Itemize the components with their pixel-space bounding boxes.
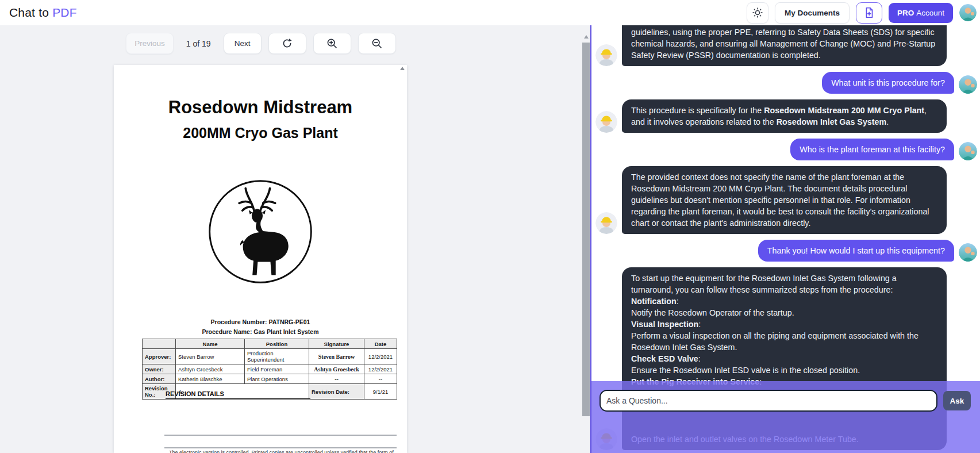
table-cell: Steven Barrow [309,349,364,364]
theme-toggle-button[interactable] [747,2,768,24]
chat-message-assistant: This procedure is specifically for the R… [595,99,977,133]
table-cell: Katherin Blaschke [176,374,245,384]
table-cell: Owner: [143,364,176,374]
pdf-page: Rosedown Midstream 200MM Cryo Gas Plant [114,65,407,453]
divider-line [164,435,397,436]
pdf-scrollbar [582,33,590,453]
deer-stag-circle-logo [207,179,313,285]
app-root: Chat to PDF My Documents [0,0,980,453]
header-actions: My Documents PROAccount [747,2,977,24]
procedure-number: Procedure Number: PATNRG-PE01 [114,318,407,325]
table-cell: Steven Barrow [176,349,245,364]
user-avatar [959,142,977,160]
table-cell: Ashtyn Groesbeck [176,364,245,374]
chat-bubble: What unit is this procedure for? [822,72,954,94]
pro-account-text: Account [916,9,944,17]
chat-message-user: Who is the plant foreman at this facilit… [595,139,977,160]
document-title-line2: 200MM Cryo Gas Plant [114,125,407,141]
procedure-name: Procedure Name: Gas Plant Inlet System [114,328,407,335]
zoom-out-button[interactable] [358,33,396,54]
refresh-button[interactable] [268,33,306,54]
previous-page-button[interactable]: Previous [126,33,174,54]
chat-message-user: Thank you! How would I start up this equ… [595,240,977,262]
ask-bar: Ask [591,381,980,453]
add-document-button[interactable] [856,2,882,24]
table-header-cell: Date [364,339,397,349]
table-cell: 12/2/2021 [364,349,397,364]
scroll-up-arrow-icon[interactable] [584,35,589,39]
page-scroll-up-icon [400,67,405,70]
table-cell: Plant Operations [245,374,309,384]
chat-bubble: The provided context does not specify th… [622,166,947,234]
table-header-cell: Position [245,339,309,349]
my-documents-button[interactable]: My Documents [775,2,850,24]
table-cell: -- [309,374,364,384]
table-header-cell: Name [176,339,245,349]
scrollbar-thumb[interactable] [582,43,590,416]
chat-bubble: Thank you! How would I start up this equ… [758,240,954,262]
next-page-button[interactable]: Next [224,33,262,54]
assistant-avatar [595,111,617,133]
chat-bubble: This procedure is specifically for the R… [622,99,947,133]
table-cell: Approver: [143,349,176,364]
zoom-in-button[interactable] [313,33,351,54]
ask-button[interactable]: Ask [943,391,971,410]
table-cell: Ashtyn Groesbeck [309,364,364,374]
question-input[interactable] [599,390,937,412]
chat-panel: guidelines, using the proper PPE, referr… [590,25,980,453]
table-header-cell [143,339,176,349]
table-cell: 12/2/2021 [364,364,397,374]
zoom-out-icon [371,37,383,49]
app-logo: Chat to PDF [9,6,77,20]
logo-text: Chat to [9,6,52,19]
table-cell: Field Foreman [245,364,309,374]
table-cell: 9/1/21 [364,384,397,400]
divider-line [164,447,397,448]
refresh-icon [281,37,293,49]
table-cell: Production Superintendent [245,349,309,364]
chat-message-assistant: guidelines, using the proper PPE, referr… [595,25,977,66]
pro-account-button[interactable]: PROAccount [889,3,953,23]
pdf-toolbar: Previous 1 of 19 Next [114,33,408,54]
zoom-in-icon [326,37,338,49]
chat-message-user: What unit is this procedure for? [595,72,977,94]
table-cell: Revision Date: [309,384,364,400]
user-avatar [959,243,977,262]
chat-bubble: Who is the plant foreman at this facilit… [790,139,954,160]
user-avatar [959,75,977,94]
revision-details-heading: REVISION DETAILS [166,390,310,399]
assistant-avatar [595,212,617,234]
table-row: Author:Katherin BlaschkePlant Operations… [143,374,397,384]
chat-message-assistant: The provided context does not specify th… [595,166,977,234]
table-header-cell: Signature [309,339,364,349]
table-row: Owner:Ashtyn GroesbeckField ForemanAshty… [143,364,397,374]
app-header: Chat to PDF My Documents [0,0,980,25]
table-row: Approver:Steven BarrowProduction Superin… [143,349,397,364]
pdf-viewer-panel: Previous 1 of 19 Next [0,25,590,453]
document-title-line1: Rosedown Midstream [114,97,407,118]
chat-bubble: guidelines, using the proper PPE, referr… [622,25,947,66]
controlled-copy-footnote: The electronic version is controlled. Pr… [169,450,397,453]
sun-icon [752,7,763,18]
main-content: Previous 1 of 19 Next [0,25,980,453]
logo-accent-text: PDF [52,6,77,19]
table-cell: Author: [143,374,176,384]
header-user-avatar[interactable] [959,4,977,21]
assistant-avatar [595,44,617,66]
page-indicator: 1 of 19 [186,39,211,48]
table-cell: -- [364,374,397,384]
file-plus-icon [863,6,875,19]
pro-badge-text: PRO [897,9,914,17]
